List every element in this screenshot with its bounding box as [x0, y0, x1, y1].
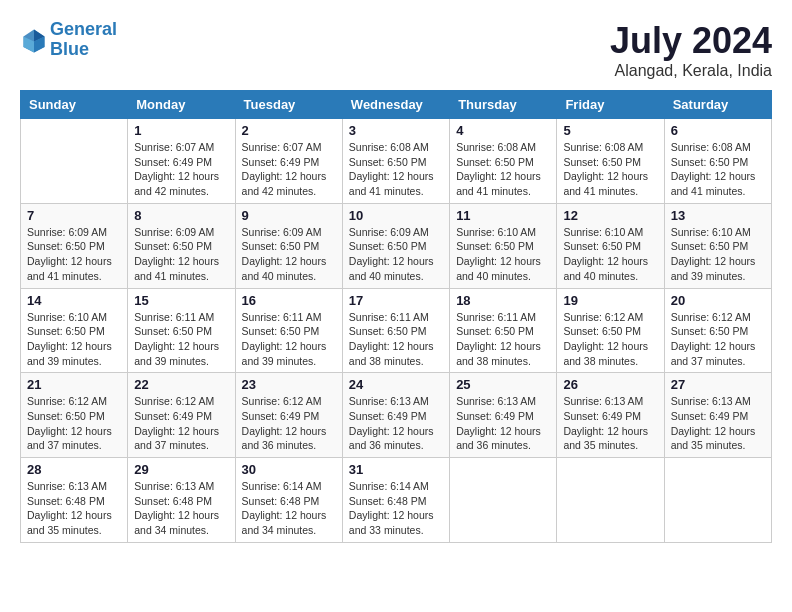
cell-1-7: 6Sunrise: 6:08 AMSunset: 6:50 PMDaylight…	[664, 119, 771, 204]
day-number: 28	[27, 462, 121, 477]
cell-2-4: 10Sunrise: 6:09 AMSunset: 6:50 PMDayligh…	[342, 203, 449, 288]
cell-info: Sunrise: 6:08 AMSunset: 6:50 PMDaylight:…	[563, 140, 657, 199]
cell-3-1: 14Sunrise: 6:10 AMSunset: 6:50 PMDayligh…	[21, 288, 128, 373]
day-number: 11	[456, 208, 550, 223]
cell-5-2: 29Sunrise: 6:13 AMSunset: 6:48 PMDayligh…	[128, 458, 235, 543]
day-number: 26	[563, 377, 657, 392]
day-number: 4	[456, 123, 550, 138]
day-number: 30	[242, 462, 336, 477]
day-number: 16	[242, 293, 336, 308]
cell-2-5: 11Sunrise: 6:10 AMSunset: 6:50 PMDayligh…	[450, 203, 557, 288]
cell-4-2: 22Sunrise: 6:12 AMSunset: 6:49 PMDayligh…	[128, 373, 235, 458]
logo-general: General	[50, 19, 117, 39]
month-year: July 2024	[610, 20, 772, 62]
cell-5-5	[450, 458, 557, 543]
cell-info: Sunrise: 6:11 AMSunset: 6:50 PMDaylight:…	[134, 310, 228, 369]
cell-info: Sunrise: 6:08 AMSunset: 6:50 PMDaylight:…	[456, 140, 550, 199]
cell-1-2: 1Sunrise: 6:07 AMSunset: 6:49 PMDaylight…	[128, 119, 235, 204]
cell-4-1: 21Sunrise: 6:12 AMSunset: 6:50 PMDayligh…	[21, 373, 128, 458]
cell-info: Sunrise: 6:07 AMSunset: 6:49 PMDaylight:…	[134, 140, 228, 199]
cell-info: Sunrise: 6:08 AMSunset: 6:50 PMDaylight:…	[671, 140, 765, 199]
day-number: 20	[671, 293, 765, 308]
title-area: July 2024 Alangad, Kerala, India	[610, 20, 772, 80]
day-number: 15	[134, 293, 228, 308]
cell-info: Sunrise: 6:13 AMSunset: 6:48 PMDaylight:…	[134, 479, 228, 538]
cell-info: Sunrise: 6:13 AMSunset: 6:49 PMDaylight:…	[349, 394, 443, 453]
day-number: 13	[671, 208, 765, 223]
cell-2-1: 7Sunrise: 6:09 AMSunset: 6:50 PMDaylight…	[21, 203, 128, 288]
cell-2-6: 12Sunrise: 6:10 AMSunset: 6:50 PMDayligh…	[557, 203, 664, 288]
day-header-friday: Friday	[557, 91, 664, 119]
cell-2-3: 9Sunrise: 6:09 AMSunset: 6:50 PMDaylight…	[235, 203, 342, 288]
cell-info: Sunrise: 6:12 AMSunset: 6:50 PMDaylight:…	[27, 394, 121, 453]
cell-5-4: 31Sunrise: 6:14 AMSunset: 6:48 PMDayligh…	[342, 458, 449, 543]
cell-info: Sunrise: 6:13 AMSunset: 6:49 PMDaylight:…	[563, 394, 657, 453]
cell-1-1	[21, 119, 128, 204]
day-number: 2	[242, 123, 336, 138]
day-header-saturday: Saturday	[664, 91, 771, 119]
day-number: 22	[134, 377, 228, 392]
page-header: General Blue July 2024 Alangad, Kerala, …	[20, 20, 772, 80]
cell-info: Sunrise: 6:11 AMSunset: 6:50 PMDaylight:…	[242, 310, 336, 369]
day-number: 9	[242, 208, 336, 223]
cell-4-7: 27Sunrise: 6:13 AMSunset: 6:49 PMDayligh…	[664, 373, 771, 458]
cell-1-3: 2Sunrise: 6:07 AMSunset: 6:49 PMDaylight…	[235, 119, 342, 204]
week-row-2: 7Sunrise: 6:09 AMSunset: 6:50 PMDaylight…	[21, 203, 772, 288]
cell-info: Sunrise: 6:09 AMSunset: 6:50 PMDaylight:…	[242, 225, 336, 284]
day-number: 19	[563, 293, 657, 308]
cell-info: Sunrise: 6:10 AMSunset: 6:50 PMDaylight:…	[27, 310, 121, 369]
day-number: 17	[349, 293, 443, 308]
cell-2-2: 8Sunrise: 6:09 AMSunset: 6:50 PMDaylight…	[128, 203, 235, 288]
calendar-table: SundayMondayTuesdayWednesdayThursdayFrid…	[20, 90, 772, 543]
cell-info: Sunrise: 6:09 AMSunset: 6:50 PMDaylight:…	[27, 225, 121, 284]
day-number: 12	[563, 208, 657, 223]
day-number: 31	[349, 462, 443, 477]
location: Alangad, Kerala, India	[610, 62, 772, 80]
day-number: 24	[349, 377, 443, 392]
day-number: 23	[242, 377, 336, 392]
week-row-1: 1Sunrise: 6:07 AMSunset: 6:49 PMDaylight…	[21, 119, 772, 204]
cell-info: Sunrise: 6:13 AMSunset: 6:49 PMDaylight:…	[671, 394, 765, 453]
cell-info: Sunrise: 6:07 AMSunset: 6:49 PMDaylight:…	[242, 140, 336, 199]
cell-info: Sunrise: 6:10 AMSunset: 6:50 PMDaylight:…	[671, 225, 765, 284]
cell-1-4: 3Sunrise: 6:08 AMSunset: 6:50 PMDaylight…	[342, 119, 449, 204]
logo-icon	[20, 26, 48, 54]
cell-3-5: 18Sunrise: 6:11 AMSunset: 6:50 PMDayligh…	[450, 288, 557, 373]
logo: General Blue	[20, 20, 117, 60]
day-number: 27	[671, 377, 765, 392]
cell-info: Sunrise: 6:12 AMSunset: 6:50 PMDaylight:…	[563, 310, 657, 369]
day-header-monday: Monday	[128, 91, 235, 119]
cell-info: Sunrise: 6:13 AMSunset: 6:49 PMDaylight:…	[456, 394, 550, 453]
day-number: 7	[27, 208, 121, 223]
day-number: 1	[134, 123, 228, 138]
cell-info: Sunrise: 6:12 AMSunset: 6:50 PMDaylight:…	[671, 310, 765, 369]
logo-blue: Blue	[50, 39, 89, 59]
cell-4-4: 24Sunrise: 6:13 AMSunset: 6:49 PMDayligh…	[342, 373, 449, 458]
calendar-body: 1Sunrise: 6:07 AMSunset: 6:49 PMDaylight…	[21, 119, 772, 543]
cell-info: Sunrise: 6:11 AMSunset: 6:50 PMDaylight:…	[349, 310, 443, 369]
cell-info: Sunrise: 6:14 AMSunset: 6:48 PMDaylight:…	[242, 479, 336, 538]
cell-info: Sunrise: 6:10 AMSunset: 6:50 PMDaylight:…	[456, 225, 550, 284]
cell-info: Sunrise: 6:12 AMSunset: 6:49 PMDaylight:…	[134, 394, 228, 453]
cell-info: Sunrise: 6:11 AMSunset: 6:50 PMDaylight:…	[456, 310, 550, 369]
day-number: 29	[134, 462, 228, 477]
days-header-row: SundayMondayTuesdayWednesdayThursdayFrid…	[21, 91, 772, 119]
day-header-wednesday: Wednesday	[342, 91, 449, 119]
day-header-sunday: Sunday	[21, 91, 128, 119]
day-number: 8	[134, 208, 228, 223]
cell-4-3: 23Sunrise: 6:12 AMSunset: 6:49 PMDayligh…	[235, 373, 342, 458]
day-number: 18	[456, 293, 550, 308]
cell-3-6: 19Sunrise: 6:12 AMSunset: 6:50 PMDayligh…	[557, 288, 664, 373]
cell-info: Sunrise: 6:08 AMSunset: 6:50 PMDaylight:…	[349, 140, 443, 199]
cell-info: Sunrise: 6:10 AMSunset: 6:50 PMDaylight:…	[563, 225, 657, 284]
cell-1-6: 5Sunrise: 6:08 AMSunset: 6:50 PMDaylight…	[557, 119, 664, 204]
cell-3-4: 17Sunrise: 6:11 AMSunset: 6:50 PMDayligh…	[342, 288, 449, 373]
cell-4-5: 25Sunrise: 6:13 AMSunset: 6:49 PMDayligh…	[450, 373, 557, 458]
cell-info: Sunrise: 6:14 AMSunset: 6:48 PMDaylight:…	[349, 479, 443, 538]
day-number: 21	[27, 377, 121, 392]
day-number: 14	[27, 293, 121, 308]
day-header-thursday: Thursday	[450, 91, 557, 119]
day-number: 3	[349, 123, 443, 138]
cell-3-7: 20Sunrise: 6:12 AMSunset: 6:50 PMDayligh…	[664, 288, 771, 373]
cell-1-5: 4Sunrise: 6:08 AMSunset: 6:50 PMDaylight…	[450, 119, 557, 204]
